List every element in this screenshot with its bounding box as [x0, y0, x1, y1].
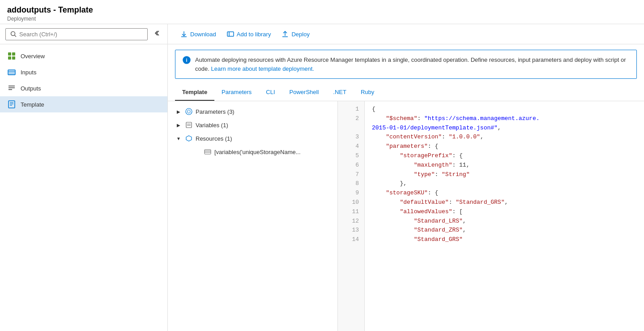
svg-rect-13 — [9, 101, 15, 108]
library-icon — [227, 30, 234, 38]
toolbar: Download Add to library Deploy — [168, 24, 644, 44]
tab-dotnet[interactable]: .NET — [326, 84, 354, 101]
expand-resources-icon[interactable]: ▼ — [175, 135, 182, 142]
template-panel: ▶ Parameters (3) ▶ Variables (1) ▼ — [168, 101, 644, 331]
search-input[interactable] — [19, 31, 143, 38]
app-header: addoutputs - Template Deployment — [0, 0, 644, 24]
overview-icon — [7, 52, 16, 60]
sidebar-item-overview[interactable]: Overview — [0, 48, 167, 64]
tree-parameters-label: Parameters (3) — [196, 108, 235, 115]
line-numbers: 1 2 3 4 5 6 7 8 9 10 11 12 13 14 — [338, 101, 365, 331]
add-to-library-button[interactable]: Add to library — [222, 28, 277, 40]
tab-template[interactable]: Template — [175, 84, 214, 101]
sidebar: Overview Inputs Outputs — [0, 24, 168, 331]
tree-variables-label: Variables (1) — [196, 122, 228, 129]
tabs: Template Parameters CLI PowerShell .NET … — [168, 84, 644, 101]
sidebar-item-inputs-label: Inputs — [21, 69, 36, 76]
sidebar-item-template-label: Template — [21, 101, 44, 108]
search-bar — [0, 24, 167, 44]
chevron-left-icon — [153, 30, 160, 37]
sidebar-item-outputs-label: Outputs — [21, 85, 41, 92]
download-icon — [180, 30, 188, 38]
tree-panel: ▶ Parameters (3) ▶ Variables (1) ▼ — [168, 101, 338, 331]
tree-item-parameters[interactable]: ▶ Parameters (3) — [168, 105, 337, 118]
sidebar-item-outputs[interactable]: Outputs — [0, 80, 167, 96]
resources-tree-icon — [185, 134, 193, 142]
deploy-label: Deploy — [291, 31, 309, 38]
svg-point-0 — [11, 32, 15, 36]
sidebar-item-template[interactable]: Template — [0, 96, 167, 112]
add-to-library-label: Add to library — [237, 31, 271, 38]
search-box[interactable] — [5, 28, 148, 40]
sidebar-item-overview-label: Overview — [21, 53, 45, 60]
svg-rect-4 — [8, 56, 11, 60]
deploy-icon — [281, 30, 289, 38]
page-subtitle: Deployment — [7, 16, 637, 22]
inputs-icon — [7, 68, 16, 77]
svg-rect-24 — [186, 122, 192, 128]
storage-tree-icon — [204, 148, 212, 156]
page-title: addoutputs - Template — [7, 5, 637, 15]
nav-items: Overview Inputs Outputs — [0, 44, 167, 116]
expand-variables-icon[interactable]: ▶ — [175, 121, 182, 129]
tab-powershell[interactable]: PowerShell — [282, 84, 326, 101]
download-label: Download — [190, 31, 216, 38]
svg-point-23 — [186, 108, 192, 115]
svg-text:i: i — [186, 57, 187, 63]
tree-storage-label: [variables('uniqueStorageName... — [214, 149, 301, 155]
tree-item-storage[interactable]: [variables('uniqueStorageName... — [168, 145, 337, 159]
expand-parameters-icon[interactable]: ▶ — [175, 108, 182, 115]
svg-rect-3 — [12, 52, 15, 56]
info-banner: i Automate deploying resources with Azur… — [175, 50, 637, 79]
main-layout: Overview Inputs Outputs — [0, 24, 644, 331]
template-icon — [7, 100, 16, 109]
info-icon: i — [183, 56, 191, 66]
tab-cli[interactable]: CLI — [259, 84, 282, 101]
tree-item-variables[interactable]: ▶ Variables (1) — [168, 118, 337, 132]
svg-line-1 — [15, 35, 17, 37]
variables-tree-icon — [185, 121, 193, 129]
download-button[interactable]: Download — [175, 28, 222, 40]
content-area: Download Add to library Deploy i Automat… — [168, 24, 644, 331]
svg-rect-5 — [12, 56, 15, 60]
tab-parameters[interactable]: Parameters — [214, 84, 259, 101]
tree-resources-label: Resources (1) — [196, 135, 232, 142]
code-content[interactable]: { "$schema": "https://schema.management.… — [365, 101, 644, 331]
search-icon — [10, 31, 17, 37]
svg-rect-27 — [205, 150, 211, 154]
outputs-icon — [7, 84, 16, 93]
collapse-button[interactable] — [151, 28, 162, 40]
parameters-tree-icon — [185, 107, 193, 116]
svg-rect-2 — [8, 52, 11, 56]
tab-ruby[interactable]: Ruby — [354, 84, 381, 101]
info-text: Automate deploying resources with Azure … — [195, 56, 629, 73]
tree-item-resources[interactable]: ▼ Resources (1) — [168, 132, 337, 145]
info-link[interactable]: Learn more about template deployment. — [211, 65, 314, 72]
deploy-button[interactable]: Deploy — [276, 28, 315, 40]
svg-rect-18 — [227, 32, 234, 36]
code-panel: 1 2 3 4 5 6 7 8 9 10 11 12 13 14 { "$ — [338, 101, 644, 331]
sidebar-item-inputs[interactable]: Inputs — [0, 64, 167, 80]
